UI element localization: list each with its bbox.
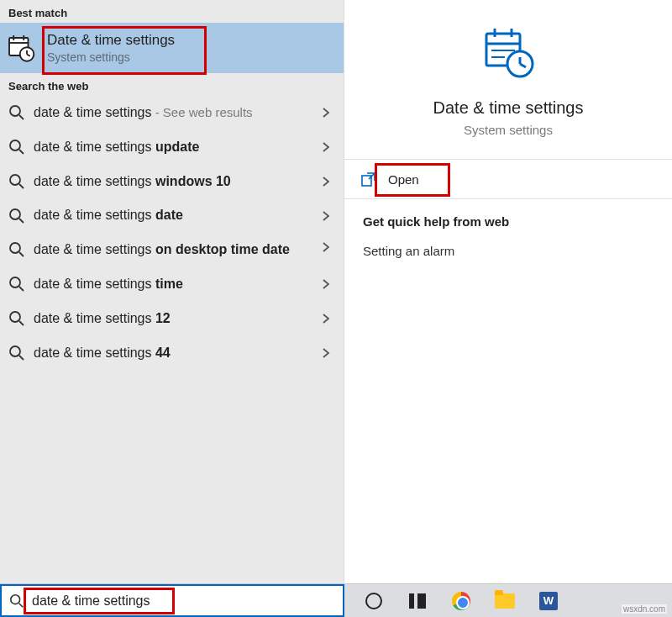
svg-point-17 — [10, 277, 20, 287]
open-action[interactable]: Open — [344, 160, 672, 198]
web-result[interactable]: date & time settings update — [0, 130, 344, 165]
search-icon — [8, 310, 25, 327]
date-time-icon — [5, 31, 39, 65]
svg-point-11 — [10, 175, 20, 185]
svg-point-33 — [11, 594, 20, 604]
svg-line-8 — [19, 115, 24, 119]
results-pane: Best match Date & time settings System s… — [0, 0, 344, 583]
search-icon — [8, 241, 25, 258]
web-result[interactable]: date & time settings - See web results — [0, 96, 344, 130]
web-result[interactable]: date & time settings 12 — [0, 302, 344, 336]
word-icon[interactable]: W — [536, 588, 561, 614]
web-result[interactable]: date & time settings 44 — [0, 336, 344, 371]
best-match-subtitle: System settings — [47, 50, 175, 64]
search-icon — [8, 276, 25, 293]
web-result-text: date & time settings update — [34, 139, 313, 156]
watermark: wsxdn.com — [622, 604, 667, 614]
svg-line-14 — [19, 219, 24, 223]
svg-line-20 — [19, 321, 24, 325]
taskbar-search-box[interactable] — [0, 584, 344, 617]
quick-help-header: Get quick help from web — [363, 214, 654, 229]
svg-line-12 — [19, 184, 24, 188]
date-time-icon-large — [480, 24, 537, 83]
svg-point-19 — [10, 312, 20, 322]
quick-help-section: Get quick help from web Setting an alarm — [344, 199, 672, 273]
search-icon — [8, 173, 25, 190]
web-result[interactable]: date & time settings windows 10 — [0, 165, 344, 199]
svg-line-16 — [19, 252, 24, 256]
search-icon — [8, 345, 25, 361]
search-icon — [8, 593, 25, 609]
svg-line-18 — [19, 287, 24, 291]
best-match-header: Best match — [0, 0, 344, 23]
svg-point-7 — [10, 106, 20, 116]
web-result-text: date & time settings on desktop time dat… — [34, 241, 313, 259]
cortana-icon[interactable] — [361, 588, 386, 614]
search-icon — [8, 139, 25, 156]
web-result-text: date & time settings windows 10 — [34, 173, 313, 191]
preview-title: Date & time settings — [433, 98, 584, 118]
web-result[interactable]: date & time settings on desktop time dat… — [0, 233, 344, 267]
search-web-header: Search the web — [0, 73, 344, 96]
chevron-right-icon — [320, 176, 332, 187]
chevron-right-icon — [320, 210, 332, 222]
task-view-icon[interactable] — [405, 588, 430, 614]
svg-point-15 — [10, 243, 20, 253]
chevron-right-icon — [320, 107, 332, 119]
open-label: Open — [388, 172, 419, 187]
chevron-right-icon — [320, 278, 332, 290]
web-result[interactable]: date & time settings date — [0, 198, 344, 233]
search-panel: Best match Date & time settings System s… — [0, 0, 672, 583]
preview-subtitle: System settings — [464, 123, 553, 137]
chevron-right-icon — [320, 313, 332, 324]
svg-point-13 — [10, 209, 20, 219]
svg-line-22 — [19, 356, 24, 360]
chevron-right-icon — [320, 141, 332, 153]
web-result[interactable]: date & time settings time — [0, 267, 344, 302]
taskbar: W — [0, 583, 672, 617]
search-input[interactable] — [32, 593, 336, 609]
preview-pane: Date & time settings System settings Ope… — [344, 0, 672, 583]
best-match-title: Date & time settings — [47, 32, 175, 49]
taskbar-icons: W — [344, 584, 561, 617]
preview-header: Date & time settings System settings — [344, 0, 672, 159]
open-icon — [361, 171, 376, 187]
best-match-result[interactable]: Date & time settings System settings — [0, 23, 344, 73]
chevron-right-icon — [320, 241, 332, 253]
web-results-list: date & time settings - See web resultsda… — [0, 96, 344, 377]
search-icon — [8, 208, 25, 224]
best-match-text: Date & time settings System settings — [47, 32, 175, 64]
web-result-text: date & time settings - See web results — [34, 104, 313, 122]
svg-line-34 — [19, 603, 24, 607]
web-result-text: date & time settings time — [34, 276, 313, 293]
web-result-text: date & time settings date — [34, 207, 313, 224]
help-item[interactable]: Setting an alarm — [363, 244, 654, 258]
svg-point-21 — [10, 346, 20, 356]
web-result-text: date & time settings 44 — [34, 345, 313, 362]
chevron-right-icon — [320, 347, 332, 359]
svg-line-10 — [19, 150, 24, 154]
svg-point-9 — [10, 140, 20, 150]
file-explorer-icon[interactable] — [492, 588, 517, 614]
web-result-text: date & time settings 12 — [34, 310, 313, 328]
chrome-icon[interactable] — [449, 588, 474, 614]
search-icon — [8, 104, 25, 121]
